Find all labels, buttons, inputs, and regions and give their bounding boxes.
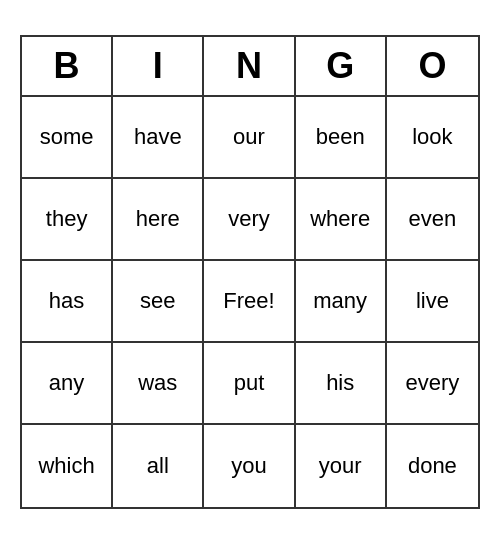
bingo-cell-2-0: has [22, 261, 113, 343]
bingo-header: BINGO [22, 37, 478, 97]
bingo-cell-1-2: very [204, 179, 295, 261]
bingo-cell-0-1: have [113, 97, 204, 179]
bingo-cell-4-4: done [387, 425, 478, 507]
bingo-cell-1-0: they [22, 179, 113, 261]
bingo-cell-3-1: was [113, 343, 204, 425]
bingo-header-letter: N [204, 37, 295, 95]
bingo-cell-1-3: where [296, 179, 387, 261]
bingo-header-letter: G [296, 37, 387, 95]
bingo-cell-1-4: even [387, 179, 478, 261]
bingo-cell-0-4: look [387, 97, 478, 179]
bingo-header-letter: I [113, 37, 204, 95]
bingo-grid: somehaveourbeenlooktheyhereverywhereeven… [22, 97, 478, 507]
bingo-cell-4-1: all [113, 425, 204, 507]
bingo-header-letter: B [22, 37, 113, 95]
bingo-cell-2-4: live [387, 261, 478, 343]
bingo-cell-2-2: Free! [204, 261, 295, 343]
bingo-header-letter: O [387, 37, 478, 95]
bingo-cell-4-2: you [204, 425, 295, 507]
bingo-cell-0-2: our [204, 97, 295, 179]
bingo-cell-3-2: put [204, 343, 295, 425]
bingo-cell-4-3: your [296, 425, 387, 507]
bingo-cell-2-3: many [296, 261, 387, 343]
bingo-cell-3-0: any [22, 343, 113, 425]
bingo-cell-3-3: his [296, 343, 387, 425]
bingo-card: BINGO somehaveourbeenlooktheyhereverywhe… [20, 35, 480, 509]
bingo-cell-4-0: which [22, 425, 113, 507]
bingo-cell-3-4: every [387, 343, 478, 425]
bingo-cell-1-1: here [113, 179, 204, 261]
bingo-cell-0-0: some [22, 97, 113, 179]
bingo-cell-0-3: been [296, 97, 387, 179]
bingo-cell-2-1: see [113, 261, 204, 343]
